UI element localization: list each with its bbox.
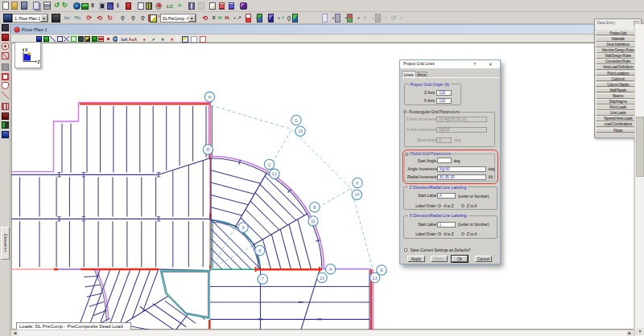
svg-text:C: C xyxy=(268,162,271,167)
svg-text:9: 9 xyxy=(242,225,244,230)
svg-text:D: D xyxy=(206,147,209,152)
svg-text:10: 10 xyxy=(320,276,324,281)
svg-text:B: B xyxy=(313,205,316,210)
svg-text:X: X xyxy=(25,47,28,52)
svg-text:11: 11 xyxy=(311,219,316,223)
svg-text:G: G xyxy=(295,118,298,123)
svg-text:13: 13 xyxy=(373,276,378,281)
svg-text:7: 7 xyxy=(262,277,264,281)
svg-text:12: 12 xyxy=(272,171,277,176)
svg-text:8: 8 xyxy=(258,248,261,253)
svg-text:E: E xyxy=(380,268,383,272)
svg-text:Z: Z xyxy=(38,59,40,64)
svg-text:H: H xyxy=(208,95,211,100)
svg-text:15: 15 xyxy=(298,129,303,133)
svg-text:A: A xyxy=(329,267,332,272)
svg-text:14: 14 xyxy=(354,192,359,197)
